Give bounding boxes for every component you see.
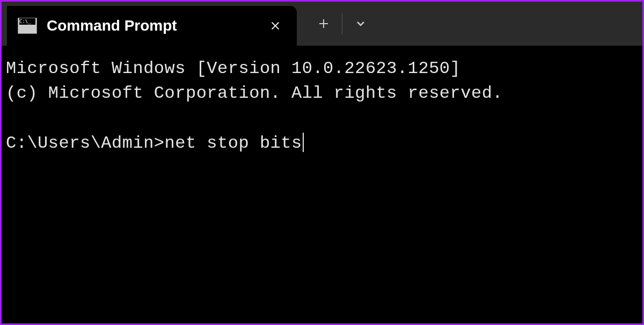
title-bar: Command Prompt — [2, 2, 642, 46]
prompt: C:\Users\Admin> — [6, 133, 165, 153]
copyright-line: (c) Microsoft Corporation. All rights re… — [6, 83, 503, 103]
terminal-body[interactable]: Microsoft Windows [Version 10.0.22623.12… — [2, 46, 642, 323]
new-tab-button[interactable] — [308, 8, 340, 40]
command-input: net stop bits — [165, 133, 302, 153]
terminal-window: Command Prompt Microso — [2, 2, 642, 323]
divider — [342, 13, 342, 34]
tab-dropdown-button[interactable] — [345, 8, 377, 40]
title-actions — [297, 2, 377, 46]
chevron-down-icon — [354, 17, 367, 30]
close-icon — [269, 20, 281, 32]
tab-title: Command Prompt — [47, 17, 255, 34]
tab-command-prompt[interactable]: Command Prompt — [7, 6, 297, 46]
cmd-icon — [18, 18, 37, 34]
plus-icon — [317, 17, 330, 30]
version-line: Microsoft Windows [Version 10.0.22623.12… — [6, 59, 460, 78]
cursor — [303, 133, 304, 152]
tab-close-button[interactable] — [265, 15, 286, 37]
